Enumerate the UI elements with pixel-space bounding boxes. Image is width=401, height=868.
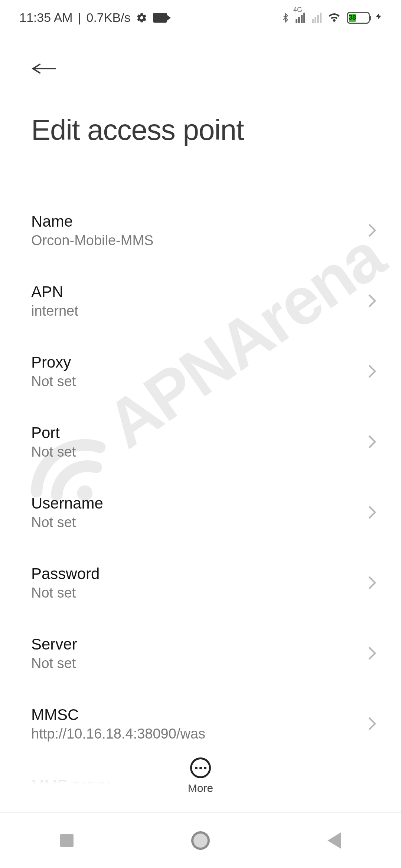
status-network-speed: 0.7KB/s [87, 10, 131, 25]
back-button[interactable] [31, 54, 61, 83]
setting-value: Orcon-Mobile-MMS [31, 233, 153, 249]
setting-value: Not set [31, 514, 103, 530]
chevron-right-icon [365, 224, 379, 237]
dot-icon [195, 767, 198, 769]
camera-icon [153, 13, 167, 23]
setting-label: Server [31, 635, 77, 653]
setting-row-password[interactable]: Password Not set [0, 548, 401, 618]
setting-value: http://10.16.18.4:38090/was [31, 726, 205, 742]
nav-back-button[interactable] [323, 829, 345, 852]
status-separator: | [78, 10, 81, 25]
navigation-bar [0, 812, 401, 868]
square-icon [60, 834, 74, 847]
signal-type-label: 4G [293, 6, 302, 14]
charging-icon [375, 10, 382, 25]
setting-row-name[interactable]: Name Orcon-Mobile-MMS [0, 195, 401, 266]
triangle-left-icon [327, 832, 341, 849]
bluetooth-icon [281, 11, 290, 24]
battery-indicator: 38 [347, 12, 370, 24]
settings-list: Name Orcon-Mobile-MMS APN internet Proxy… [0, 195, 401, 829]
more-label: More [188, 782, 213, 795]
page-title: Edit access point [31, 113, 379, 147]
status-right: 4G 38 [281, 10, 382, 25]
setting-label: Name [31, 213, 153, 230]
more-menu: More [0, 757, 401, 795]
chevron-right-icon [365, 365, 379, 378]
setting-row-mmsc[interactable]: MMSC http://10.16.18.4:38090/was [0, 688, 401, 759]
setting-value: internet [31, 303, 78, 319]
wifi-icon [327, 12, 342, 24]
signal-primary: 4G [296, 13, 305, 23]
setting-value: 10.16.18.77 [31, 796, 110, 812]
chevron-right-icon [365, 506, 379, 519]
setting-value: Not set [31, 374, 76, 389]
circle-icon [191, 831, 210, 850]
status-left: 11:35 AM | 0.7KB/s [19, 10, 167, 25]
more-button[interactable] [190, 757, 211, 778]
setting-label: Port [31, 424, 76, 442]
setting-label: MMSC [31, 706, 205, 724]
setting-label: Username [31, 494, 103, 512]
dot-icon [199, 767, 202, 769]
setting-value: Not set [31, 655, 77, 671]
chevron-right-icon [365, 576, 379, 589]
setting-label: Password [31, 565, 100, 583]
setting-value: Not set [31, 585, 100, 601]
chevron-right-icon [365, 294, 379, 308]
chevron-right-icon [365, 647, 379, 660]
setting-row-username[interactable]: Username Not set [0, 477, 401, 548]
setting-row-server[interactable]: Server Not set [0, 618, 401, 688]
chevron-right-icon [365, 435, 379, 448]
nav-home-button[interactable] [189, 829, 212, 852]
setting-label: Proxy [31, 354, 76, 371]
setting-row-apn[interactable]: APN internet [0, 266, 401, 336]
status-time: 11:35 AM [19, 10, 73, 25]
status-bar: 11:35 AM | 0.7KB/s 4G 38 [0, 0, 401, 35]
header: Edit access point [0, 35, 401, 147]
nav-recent-button[interactable] [56, 829, 78, 852]
setting-label: APN [31, 283, 78, 301]
arrow-left-icon [31, 61, 57, 76]
chevron-right-icon [365, 717, 379, 730]
setting-row-port[interactable]: Port Not set [0, 407, 401, 477]
dot-icon [204, 767, 206, 769]
setting-value: Not set [31, 444, 76, 460]
gear-icon [136, 12, 148, 24]
setting-row-proxy[interactable]: Proxy Not set [0, 336, 401, 407]
signal-secondary [312, 13, 322, 23]
battery-percent: 38 [349, 14, 356, 22]
